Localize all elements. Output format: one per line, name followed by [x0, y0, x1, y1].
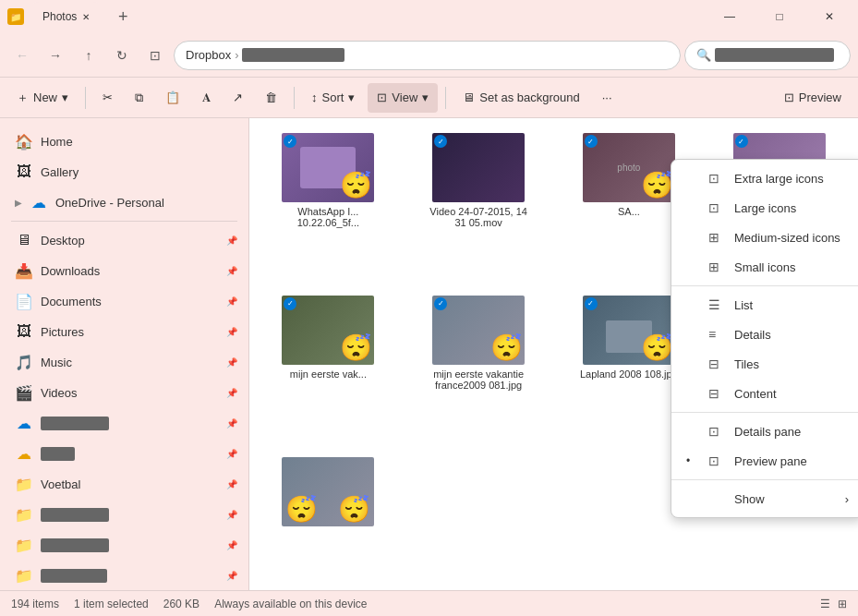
sidebar-item-label: ████████	[41, 538, 109, 552]
more-button[interactable]: ···	[593, 83, 622, 113]
background-icon: 🖥	[463, 91, 475, 104]
copy-button[interactable]: ⧉	[126, 83, 152, 113]
sidebar-item-cloud1[interactable]: ☁ ████████ 📌	[4, 408, 245, 438]
file-size: 260 KB	[163, 598, 199, 610]
tab-close-button[interactable]: ✕	[82, 12, 90, 22]
emoji-overlay: 😴	[641, 170, 673, 200]
dropdown-item-show[interactable]: Show ›	[671, 484, 858, 513]
dropdown-item-label: Preview pane	[734, 454, 807, 468]
sidebar-item-voetbal[interactable]: 📁 Voetbal 📌	[4, 469, 245, 499]
back-button[interactable]: ←	[7, 41, 37, 70]
sync-badge: ✓	[735, 135, 748, 148]
list-item[interactable]: 😴 😴	[257, 450, 400, 583]
share-button[interactable]: ↗	[224, 83, 252, 113]
file-thumbnail: ✓ 😴	[432, 296, 525, 365]
expand-icon: ▶	[15, 198, 22, 208]
small-icon: ⊞	[708, 260, 725, 274]
sidebar-item-pictures[interactable]: 🖼 Pictures 📌	[4, 317, 245, 346]
view-button[interactable]: ⊡ View ▾	[368, 83, 438, 113]
delete-icon: 🗑	[265, 91, 277, 104]
refresh-button[interactable]: ↻	[107, 41, 137, 70]
dropdown-item-extra-large[interactable]: ⊡ Extra large icons	[671, 163, 858, 193]
address-input[interactable]: Dropbox › ████████████	[174, 41, 681, 70]
downloads-icon: 📥	[15, 262, 33, 280]
sidebar-item-label: ███████0	[41, 569, 107, 583]
background-button[interactable]: 🖥 Set as background	[453, 83, 588, 113]
sort-button[interactable]: ↕ Sort ▾	[302, 83, 364, 113]
list-item[interactable]: ✓ Video 24-07-2015, 14 31 05.mov	[407, 126, 550, 281]
delete-button[interactable]: 🗑	[256, 83, 286, 113]
tab-title: Photos	[42, 10, 77, 23]
status-bar: 194 items 1 item selected 260 KB Always …	[0, 590, 858, 616]
dropdown-item-label: Content	[734, 387, 777, 401]
maximize-button[interactable]: □	[758, 2, 801, 31]
list-item[interactable]: ✓ 😴 mijn eerste vak...	[257, 288, 400, 443]
dropdown-item-content[interactable]: ⊟ Content	[671, 379, 858, 408]
emoji-overlay-right: 😴	[338, 494, 370, 525]
dropdown-item-list[interactable]: ☰ List	[671, 290, 858, 320]
sidebar-item-music[interactable]: 🎵 Music 📌	[4, 347, 245, 377]
sidebar-item-folder2[interactable]: 📁 ████████ 📌	[4, 530, 245, 560]
file-name: WhatsApp I... 10.22.06_5f...	[277, 206, 379, 228]
dropdown-item-preview-pane[interactable]: • ⊡ Preview pane	[671, 446, 858, 476]
large-icon: ⊡	[708, 200, 725, 215]
file-name: SA...	[618, 206, 640, 217]
dropdown-item-details-pane[interactable]: ⊡ Details pane	[671, 417, 858, 446]
check-mark: •	[686, 454, 699, 467]
search-text: ██████████████	[715, 48, 834, 62]
up-button[interactable]: ↑	[74, 41, 103, 70]
list-item[interactable]: ✓ 😴 mijn eerste vakantie france2009 081.…	[407, 288, 550, 443]
close-button[interactable]: ✕	[808, 2, 851, 31]
list-view-icon[interactable]: ☰	[820, 598, 830, 610]
preview-button[interactable]: ⊡ Preview	[775, 83, 851, 113]
grid-view-icon[interactable]: ⊞	[838, 598, 847, 610]
dropdown-item-details[interactable]: ≡ Details	[671, 320, 858, 349]
sidebar-item-gallery[interactable]: 🖼 Gallery	[4, 157, 245, 187]
pin-icon: 📌	[226, 510, 237, 520]
view-toggle-button[interactable]: ⊡	[140, 41, 170, 70]
content-area: ✓ 😴 WhatsApp I... 10.22.06_5f... ✓ Video…	[249, 118, 858, 590]
dropdown-item-tiles[interactable]: ⊟ Tiles	[671, 349, 858, 379]
cut-button[interactable]: ✂	[93, 83, 122, 113]
emoji-overlay-left: 😴	[285, 494, 318, 525]
sidebar-item-folder1[interactable]: 📁 ████████ 📌	[4, 500, 245, 529]
pin-icon: 📌	[226, 266, 237, 276]
sidebar-item-documents[interactable]: 📄 Documents 📌	[4, 286, 245, 316]
dropdown-item-label: Details	[734, 328, 771, 342]
active-tab[interactable]: Photos ✕	[31, 2, 101, 31]
folder2-icon: 📁	[15, 537, 33, 554]
dropdown-item-medium[interactable]: ⊞ Medium-sized icons	[671, 223, 858, 252]
pin-icon: 📌	[226, 540, 237, 550]
sidebar-item-folder3[interactable]: 📁 ███████0 📌	[4, 561, 245, 590]
list-item[interactable]: ✓ 😴 WhatsApp I... 10.22.06_5f...	[257, 126, 400, 281]
app-icon: 📁	[7, 8, 24, 25]
pin-icon: 📌	[226, 418, 237, 429]
videos-icon: 🎬	[15, 384, 33, 402]
details-pane-icon: ⊡	[708, 424, 725, 439]
sync-badge: ✓	[585, 135, 598, 148]
rename-button[interactable]: 𝐀	[193, 83, 220, 113]
paste-button[interactable]: 📋	[156, 83, 189, 113]
tiles-icon: ⊟	[708, 356, 725, 371]
sidebar: 🏠 Home 🖼 Gallery ▶ ☁ OneDrive - Personal…	[0, 118, 249, 590]
sidebar-item-onedrive[interactable]: ▶ ☁ OneDrive - Personal	[4, 187, 245, 217]
sync-badge: ✓	[585, 297, 598, 310]
dropdown-item-small[interactable]: ⊞ Small icons	[671, 252, 858, 282]
pin-icon: 📌	[226, 236, 237, 246]
search-box[interactable]: 🔍 ██████████████	[684, 41, 851, 70]
minimize-button[interactable]: —	[708, 2, 751, 31]
sidebar-item-cloud2[interactable]: ☁ ████ 📌	[4, 439, 245, 468]
dropdown-item-large[interactable]: ⊡ Large icons	[671, 193, 858, 223]
file-thumbnail: ✓ 😴	[282, 133, 374, 202]
sidebar-item-desktop[interactable]: 🖥 Desktop 📌	[4, 225, 245, 255]
sidebar-item-videos[interactable]: 🎬 Videos 📌	[4, 378, 245, 407]
emoji-overlay: 😴	[490, 332, 523, 363]
forward-button[interactable]: →	[41, 41, 70, 70]
voetbal-icon: 📁	[15, 476, 33, 493]
sidebar-item-label: ████████	[41, 508, 109, 522]
new-button[interactable]: ＋ New ▾	[7, 83, 78, 113]
sidebar-item-home[interactable]: 🏠 Home	[4, 127, 245, 156]
sidebar-item-downloads[interactable]: 📥 Downloads 📌	[4, 256, 245, 285]
sidebar-item-label: Home	[41, 135, 73, 149]
new-tab-button[interactable]: +	[108, 2, 138, 31]
